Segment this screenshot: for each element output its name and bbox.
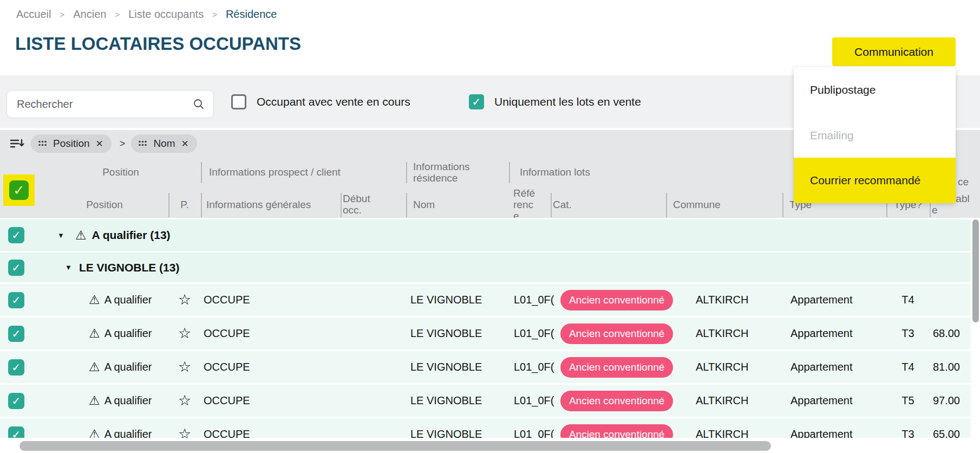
row-checkbox[interactable]: ✓ bbox=[8, 227, 24, 243]
cell-reference: L01_0F( bbox=[509, 327, 551, 340]
star-icon[interactable]: ☆ bbox=[178, 393, 191, 408]
cell-statut: OCCUPE bbox=[201, 361, 341, 373]
table-body: ✓ ▼ ⚠ A qualifier (13) ✓ ▼ LE VIGNOBLE (… bbox=[0, 218, 980, 438]
cell-statut: OCCUPE bbox=[201, 394, 341, 407]
menu-item-courrier-recommande[interactable]: Courrier recommandé bbox=[794, 158, 956, 203]
app-root: Accueil > Ancien > Liste occupants > Rés… bbox=[0, 0, 980, 453]
column-header-cat[interactable]: Cat. bbox=[551, 188, 666, 222]
collapse-caret-icon[interactable]: ▼ bbox=[57, 232, 64, 239]
group-row-label: LE VIGNOBLE (13) bbox=[79, 261, 180, 274]
search-icon bbox=[193, 98, 205, 110]
group-by-icon[interactable] bbox=[9, 137, 25, 151]
row-checkbox-cell: ✓ bbox=[0, 426, 41, 438]
cell-typologie: T5 bbox=[886, 394, 930, 407]
group-header-prospect-client: Informations prospect / client bbox=[201, 157, 406, 188]
cell-reference: L01_0F( bbox=[509, 428, 551, 438]
row-checkbox[interactable]: ✓ bbox=[8, 426, 24, 438]
warning-icon: ⚠ bbox=[89, 327, 100, 340]
cell-type: Appartement bbox=[782, 394, 886, 407]
star-icon[interactable]: ☆ bbox=[178, 427, 191, 438]
table-row[interactable]: ✓ ⚠A qualifier ☆ OCCUPE LE VIGNOBLE L01_… bbox=[0, 418, 971, 438]
status-badge: Ancien conventionné bbox=[560, 424, 673, 438]
row-checkbox-cell: ✓ bbox=[0, 359, 41, 376]
row-checkbox[interactable]: ✓ bbox=[8, 393, 24, 409]
cell-position: ⚠A qualifier bbox=[41, 361, 168, 373]
checkbox-occupant-vente-en-cours[interactable]: Occupant avec vente en cours bbox=[231, 75, 410, 128]
warning-icon: ⚠ bbox=[89, 428, 100, 438]
search-input[interactable] bbox=[7, 98, 193, 111]
warning-icon: ⚠ bbox=[89, 361, 100, 373]
communication-button[interactable]: Communication bbox=[832, 37, 956, 66]
drag-handle-icon[interactable] bbox=[138, 138, 147, 150]
table-row[interactable]: ✓ ⚠A qualifier ☆ OCCUPE LE VIGNOBLE L01_… bbox=[0, 351, 971, 383]
status-badge: Ancien conventionné bbox=[560, 391, 673, 411]
row-checkbox-cell: ✓ bbox=[0, 260, 41, 276]
column-header-reference[interactable]: Référence bbox=[509, 188, 551, 222]
star-icon[interactable]: ☆ bbox=[178, 360, 191, 374]
drag-handle-icon[interactable] bbox=[38, 138, 47, 150]
group-row-a-qualifier[interactable]: ✓ ▼ ⚠ A qualifier (13) bbox=[0, 219, 971, 251]
remove-group-icon[interactable]: ✕ bbox=[96, 138, 103, 150]
cell-type: Appartement bbox=[782, 327, 886, 340]
select-all-checkbox[interactable]: ✓ bbox=[9, 180, 29, 200]
column-header-debut-occ[interactable]: Début occ. bbox=[341, 188, 406, 222]
row-checkbox[interactable]: ✓ bbox=[8, 359, 24, 376]
cell-position: ⚠A qualifier bbox=[41, 428, 168, 438]
cell-categorie: Ancien conventionné bbox=[551, 391, 666, 411]
cell-categorie: Ancien conventionné bbox=[551, 357, 666, 378]
table-row[interactable]: ✓ ⚠A qualifier ☆ OCCUPE LE VIGNOBLE L01_… bbox=[0, 385, 971, 417]
status-badge: Ancien conventionné bbox=[560, 357, 673, 378]
group-chip-nom[interactable]: Nom ✕ bbox=[131, 134, 197, 153]
menu-item-publipostage[interactable]: Publipostage bbox=[794, 67, 956, 113]
cell-typologie: T4 bbox=[886, 361, 930, 373]
group-chip-label: Position bbox=[53, 138, 90, 150]
cell-surface: 81.00 bbox=[930, 361, 971, 373]
cell-reference: L01_0F( bbox=[509, 394, 551, 407]
breadcrumb-accueil[interactable]: Accueil bbox=[16, 8, 51, 21]
star-icon[interactable]: ☆ bbox=[178, 293, 191, 307]
cell-nom: LE VIGNOBLE bbox=[406, 294, 509, 306]
row-checkbox[interactable]: ✓ bbox=[8, 326, 24, 342]
cell-categorie: Ancien conventionné bbox=[551, 323, 666, 344]
vertical-scrollbar-thumb[interactable] bbox=[972, 219, 979, 322]
column-header-nom[interactable]: Nom bbox=[406, 188, 509, 222]
horizontal-scrollbar-thumb[interactable] bbox=[19, 441, 771, 451]
cell-typologie: T3 bbox=[886, 327, 930, 340]
column-header-p[interactable]: P. bbox=[168, 188, 201, 222]
group-header-residence: Informations résidence bbox=[406, 157, 509, 188]
row-checkbox-cell: ✓ bbox=[0, 393, 41, 409]
row-checkbox-cell: ✓ bbox=[0, 326, 41, 342]
warning-icon: ⚠ bbox=[75, 229, 87, 242]
page-title: LISTE LOCATAIRES OCCUPANTS bbox=[15, 34, 301, 54]
group-row-le-vignoble[interactable]: ✓ ▼ LE VIGNOBLE (13) bbox=[0, 253, 971, 282]
column-header-informations-generales[interactable]: Informations générales bbox=[201, 188, 341, 222]
row-checkbox-cell: ✓ bbox=[0, 227, 41, 243]
checkbox-uniquement-lots-en-vente[interactable]: ✓ Uniquement les lots en vente bbox=[469, 75, 641, 128]
column-header-commune[interactable]: Commune bbox=[666, 188, 782, 222]
checkbox-unchecked-icon[interactable] bbox=[231, 94, 246, 109]
group-chip-label: Nom bbox=[153, 138, 175, 150]
cell-statut: OCCUPE bbox=[201, 428, 341, 438]
collapse-caret-icon[interactable]: ▼ bbox=[65, 264, 72, 271]
warning-icon: ⚠ bbox=[89, 394, 100, 407]
cell-type: Appartement bbox=[782, 294, 886, 306]
checkbox-label: Occupant avec vente en cours bbox=[257, 95, 410, 108]
cell-commune: ALTKIRCH bbox=[666, 361, 782, 373]
cell-statut: OCCUPE bbox=[201, 327, 341, 340]
breadcrumb-separator-icon: > bbox=[60, 10, 64, 19]
table-row[interactable]: ✓ ⚠A qualifier ☆ OCCUPE LE VIGNOBLE L01_… bbox=[0, 284, 971, 316]
cell-nom: LE VIGNOBLE bbox=[406, 327, 509, 340]
breadcrumb-residence[interactable]: Résidence bbox=[226, 8, 277, 21]
breadcrumb-liste-occupants[interactable]: Liste occupants bbox=[128, 8, 204, 21]
star-icon[interactable]: ☆ bbox=[178, 326, 191, 341]
cell-priority: ☆ bbox=[168, 427, 201, 438]
search-box[interactable] bbox=[6, 90, 214, 118]
group-chip-position[interactable]: Position ✕ bbox=[31, 134, 112, 153]
column-header-position[interactable]: Position bbox=[41, 188, 168, 222]
table-row[interactable]: ✓ ⚠A qualifier ☆ OCCUPE LE VIGNOBLE L01_… bbox=[0, 318, 971, 350]
remove-group-icon[interactable]: ✕ bbox=[181, 138, 189, 150]
row-checkbox[interactable]: ✓ bbox=[8, 260, 24, 276]
breadcrumb-ancien[interactable]: Ancien bbox=[73, 8, 106, 21]
row-checkbox[interactable]: ✓ bbox=[8, 292, 24, 308]
checkbox-checked-icon[interactable]: ✓ bbox=[469, 94, 484, 109]
